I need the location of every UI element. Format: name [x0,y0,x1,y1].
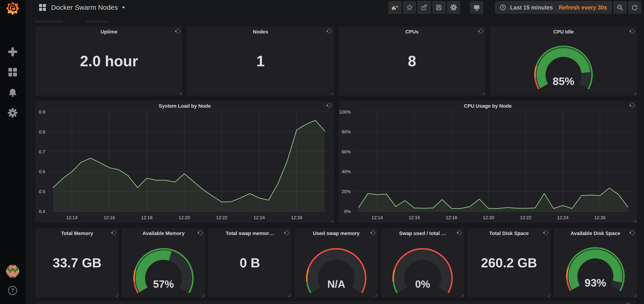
loading-spinner-icon [629,102,635,108]
cpu-usage-chart[interactable]: 0%20%40%60%80%100%12:1412:1612:1812:2012… [338,101,637,223]
svg-text:12:18: 12:18 [141,215,152,220]
apps-grid-icon [38,3,47,12]
panel-title[interactable]: CPU Usage by Node [338,101,637,111]
share-button[interactable] [418,1,431,14]
svg-text:85%: 85% [553,75,574,87]
panel-title[interactable]: CPU Idle [490,26,637,37]
refresh-button[interactable] [628,1,641,14]
svg-text:12:20: 12:20 [483,215,494,220]
svg-text:12:24: 12:24 [254,215,265,220]
loading-spinner-icon [111,230,117,236]
resize-handle[interactable] [633,293,636,297]
stat-value: 260.2 GB [468,228,550,298]
zoom-out-button[interactable] [614,1,626,14]
svg-text:0.6: 0.6 [39,169,45,174]
panel-title[interactable]: Nodes [187,26,334,37]
panel-title[interactable]: Uptime [36,26,182,37]
dashboard-title: Docker Swarm Nodes [51,4,118,11]
resize-handle[interactable] [201,293,204,297]
panel-loading-spinner [326,102,332,108]
resize-handle-icon [330,218,333,222]
sidebar-item-dashboards[interactable] [7,67,18,78]
resize-handle-icon [201,293,204,297]
resize-handle[interactable] [633,218,636,222]
panel-nodes: Nodes 1 [187,26,334,96]
resize-handle[interactable] [460,293,464,297]
user-avatar[interactable] [6,265,19,278]
refresh-icon [631,4,638,11]
panel-total-memory: Total Memory 33.7 GB [36,228,119,298]
resize-handle[interactable] [178,91,182,95]
resize-handle-icon [374,293,377,297]
svg-text:57%: 57% [153,278,174,290]
add-panel-button[interactable] [388,1,401,14]
resize-handle-icon [330,91,333,95]
svg-text:93%: 93% [584,277,606,289]
template-variable-value [63,21,80,22]
loading-spinner-icon [456,230,462,236]
template-variable-sliver[interactable] [34,21,80,22]
svg-text:?: ? [11,287,14,293]
panel-loading-spinner [175,28,181,34]
svg-text:12:22: 12:22 [520,215,532,220]
svg-text:0.5: 0.5 [39,189,45,194]
panel-title[interactable]: CPUs [338,26,486,37]
resize-handle[interactable] [481,91,485,95]
panel-partial-next-row [36,301,637,304]
panel-loading-spinner [198,230,203,236]
panel-title[interactable]: Total Memory [36,228,119,238]
svg-text:0.4: 0.4 [39,209,45,214]
panel-title[interactable]: Available Disk Space [554,228,637,238]
resize-handle-icon [633,218,636,222]
save-button[interactable] [432,1,446,14]
panel-cpu-usage: CPU Usage by Node 0%20%40%60%80%100%12:1… [338,101,637,223]
resize-handle[interactable] [546,293,550,297]
panel-title[interactable]: Available Memory [122,228,205,238]
grafana-logo[interactable] [6,1,20,16]
sidebar-item-configuration[interactable] [7,108,18,118]
resize-handle[interactable] [633,91,636,95]
panel-available-memory: Available Memory 57% [122,228,205,298]
loading-spinner-icon [478,28,484,34]
panel-total-disk: Total Disk Space 260.2 GB [468,228,550,298]
resize-handle[interactable] [330,218,333,222]
clock-icon [500,4,506,11]
panel-title[interactable]: Swap used / total … [381,228,464,238]
system-load-chart[interactable]: 0.40.50.60.70.80.912:1412:1612:1812:2012… [36,101,334,223]
loading-spinner-icon [198,230,203,236]
panel-title[interactable]: Total swap memor… [208,228,292,238]
resize-handle[interactable] [374,293,377,297]
panel-total-swap: Total swap memor… 0 B [208,228,292,298]
sidebar-item-alerting[interactable] [7,87,18,98]
sidebar-item-create[interactable] [7,46,18,57]
loading-spinner-icon [543,230,549,236]
sidebar-item-help[interactable]: ? [8,286,18,296]
svg-text:60%: 60% [342,149,351,154]
resize-handle-icon [287,293,291,297]
panel-title[interactable]: Used swap memory [295,228,378,238]
resize-handle[interactable] [287,293,291,297]
panel-cpus: CPUs 8 [338,26,486,96]
resize-handle[interactable] [330,91,333,95]
tv-mode-button[interactable] [470,1,483,14]
stat-value: 33.7 GB [36,228,119,298]
panel-title[interactable]: Total Disk Space [468,228,550,238]
dashboard-title-button[interactable]: Docker Swarm Nodes [38,0,125,15]
panel-title[interactable]: System Load by Node [36,101,334,111]
panel-loading-spinner [111,230,117,236]
star-button[interactable] [403,1,416,14]
time-picker-button[interactable]: Last 15 minutes Refresh every 30s [495,1,612,14]
svg-text:80%: 80% [342,130,351,134]
sidebar: ? [0,0,25,304]
navbar-toolbar: Last 15 minutes Refresh every 30s [388,1,641,14]
panel-settings-button[interactable] [447,1,460,14]
available-disk-gauge: 93% [554,228,637,298]
available-memory-gauge: 57% [122,228,205,298]
loading-spinner-icon [326,28,332,34]
svg-text:12:16: 12:16 [408,215,420,220]
svg-text:0%: 0% [344,209,351,214]
loading-spinner-icon [625,302,631,304]
template-variable-sliver[interactable] [86,21,126,22]
resize-handle[interactable] [114,293,118,297]
svg-text:40%: 40% [342,169,351,174]
